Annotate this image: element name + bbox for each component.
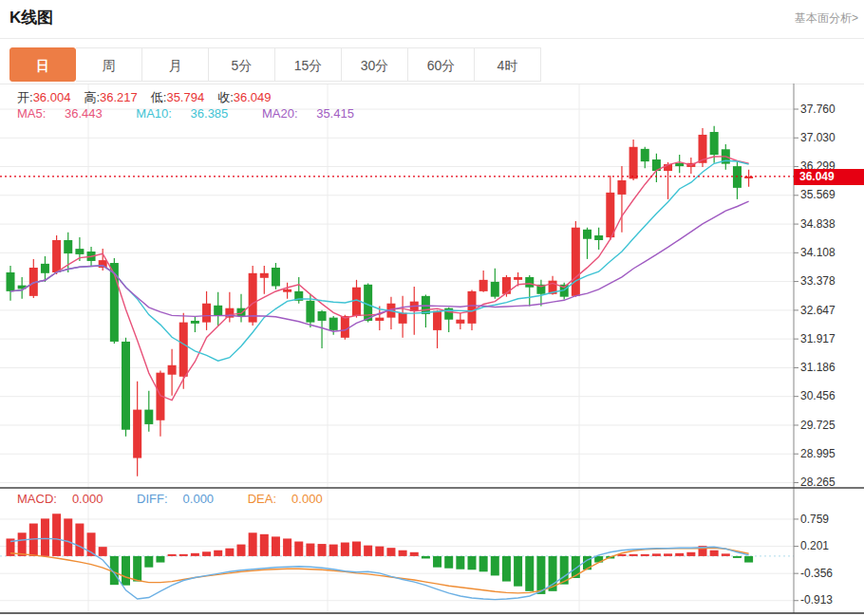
tab-月[interactable]: 月 bbox=[142, 47, 209, 82]
macd-hist-bar bbox=[122, 556, 130, 586]
kline-chart-svg[interactable]: 37.76037.03036.29935.56934.83834.10833.3… bbox=[0, 84, 864, 616]
macd-hist-bar bbox=[294, 542, 303, 556]
macd-hist-bar bbox=[433, 556, 441, 568]
macd-hist-bar bbox=[18, 532, 27, 556]
fundamental-analysis-link[interactable]: 基本面分析> bbox=[795, 10, 858, 27]
candle-body bbox=[491, 282, 499, 297]
macd-hist-bar bbox=[641, 554, 649, 556]
macd-hist-bar bbox=[536, 556, 545, 594]
tab-5分[interactable]: 5分 bbox=[209, 47, 275, 82]
candle-body bbox=[99, 260, 107, 268]
candle-body bbox=[525, 277, 534, 288]
macd-hist-bar bbox=[399, 551, 407, 556]
macd-axis-label: -0.913 bbox=[800, 593, 833, 607]
macd-hist-bar bbox=[283, 538, 291, 555]
price-axis-label: 30.456 bbox=[800, 389, 836, 402]
candle-body bbox=[606, 193, 614, 237]
candle-body bbox=[272, 268, 280, 286]
price-axis-label: 35.569 bbox=[800, 188, 836, 201]
candle-body bbox=[479, 280, 488, 291]
macd-hist-bar bbox=[675, 553, 684, 556]
candle-body bbox=[41, 264, 49, 273]
macd-axis-label: 0.201 bbox=[800, 539, 829, 552]
candle-body bbox=[341, 316, 349, 338]
candle-body bbox=[514, 277, 522, 280]
price-axis-label: 32.647 bbox=[800, 304, 836, 317]
macd-hist-bar bbox=[260, 534, 269, 556]
macd-hist-bar bbox=[444, 556, 453, 569]
macd-hist-bar bbox=[410, 552, 419, 556]
tab-周[interactable]: 周 bbox=[76, 47, 142, 82]
candle-body bbox=[433, 311, 441, 330]
price-axis-label: 37.760 bbox=[800, 103, 836, 116]
macd-hist-bar bbox=[364, 546, 372, 556]
tab-60分[interactable]: 60分 bbox=[408, 47, 475, 82]
macd-hist-bar bbox=[722, 553, 730, 556]
candle-body bbox=[456, 320, 464, 324]
macd-hist-bar bbox=[468, 556, 477, 569]
macd-hist-bar bbox=[456, 556, 464, 569]
macd-axis-label: -0.356 bbox=[800, 567, 833, 580]
tab-15分[interactable]: 15分 bbox=[275, 47, 342, 82]
candle-body bbox=[179, 323, 188, 377]
macd-hist-bar bbox=[502, 556, 511, 582]
candle-body bbox=[594, 235, 603, 240]
price-axis-label: 34.838 bbox=[800, 217, 836, 231]
candle-body bbox=[468, 291, 477, 324]
macd-hist-bar bbox=[686, 552, 695, 556]
candle-body bbox=[710, 132, 719, 155]
macd-hist-bar bbox=[572, 556, 580, 578]
interval-tabbar: 日周月5分15分30分60分4时 bbox=[9, 47, 541, 84]
tab-30分[interactable]: 30分 bbox=[342, 47, 408, 82]
candle-body bbox=[122, 342, 130, 430]
candle-body bbox=[318, 311, 327, 321]
tab-日[interactable]: 日 bbox=[9, 47, 76, 82]
candle-body bbox=[75, 249, 84, 254]
macd-hist-bar bbox=[168, 554, 177, 556]
candle-body bbox=[617, 180, 626, 195]
header-divider bbox=[0, 38, 864, 39]
price-axis-label: 37.030 bbox=[800, 131, 836, 144]
candle-body bbox=[52, 240, 61, 272]
candle-body bbox=[64, 240, 72, 253]
candle-body bbox=[675, 163, 684, 166]
candle-body bbox=[641, 149, 649, 161]
candle-body bbox=[133, 410, 141, 458]
candle-body bbox=[629, 147, 638, 179]
macd-hist-bar bbox=[237, 545, 246, 556]
tab-4时[interactable]: 4时 bbox=[475, 47, 541, 82]
macd-hist-bar bbox=[491, 556, 499, 576]
macd-hist-bar bbox=[629, 554, 638, 556]
ma5-line bbox=[10, 157, 749, 401]
candle-body bbox=[399, 313, 407, 324]
page-title: K线图 bbox=[9, 7, 53, 28]
macd-hist-bar bbox=[41, 518, 49, 556]
chart-area[interactable]: 37.76037.03036.29935.56934.83834.10833.3… bbox=[0, 84, 864, 616]
price-axis-label: 31.917 bbox=[800, 332, 836, 345]
macd-hist-bar bbox=[99, 547, 107, 556]
macd-hist-bar bbox=[710, 551, 719, 556]
candle-body bbox=[191, 321, 199, 324]
kline-page: K线图 基本面分析> 日周月5分15分30分60分4时 37.76037.030… bbox=[0, 0, 864, 616]
macd-hist-bar bbox=[202, 551, 211, 556]
macd-hist-bar bbox=[329, 545, 338, 556]
candle-body bbox=[7, 272, 15, 291]
macd-hist-bar bbox=[652, 553, 661, 556]
price-axis-label: 29.725 bbox=[800, 419, 836, 432]
candle-body bbox=[249, 273, 257, 323]
macd-hist-bar bbox=[341, 543, 349, 556]
macd-hist-bar bbox=[191, 553, 199, 556]
macd-hist-bar bbox=[744, 556, 753, 563]
macd-hist-bar bbox=[156, 556, 164, 563]
macd-axis-label: 0.759 bbox=[800, 513, 829, 526]
macd-hist-bar bbox=[144, 556, 153, 568]
candle-body bbox=[202, 304, 211, 323]
macd-hist-bar bbox=[386, 548, 395, 556]
macd-hist-bar bbox=[249, 532, 257, 556]
macd-hist-bar bbox=[479, 556, 488, 571]
macd-hist-bar bbox=[75, 524, 84, 556]
macd-hist-bar bbox=[272, 536, 280, 556]
candle-body bbox=[237, 308, 246, 316]
macd-hist-bar bbox=[514, 556, 522, 587]
macd-hist-bar bbox=[375, 547, 384, 556]
